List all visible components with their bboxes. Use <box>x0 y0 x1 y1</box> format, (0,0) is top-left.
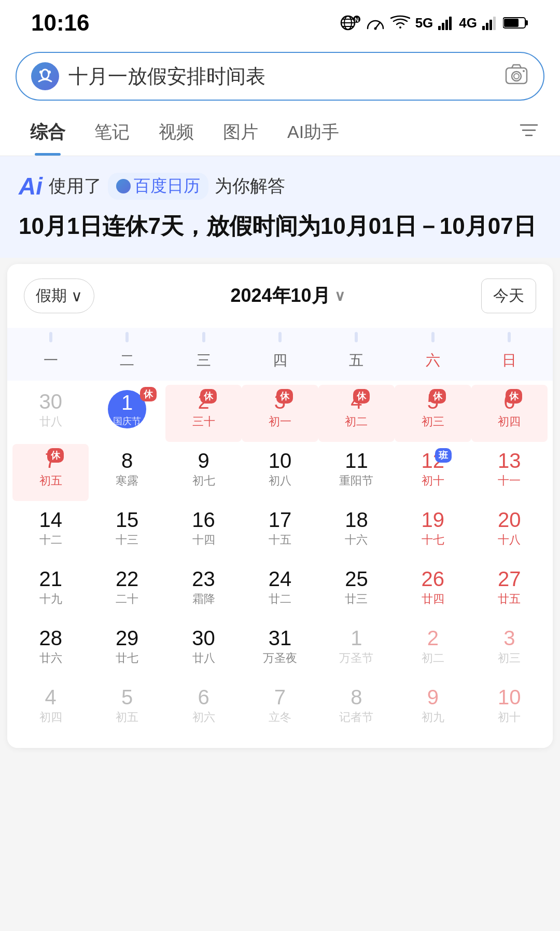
svg-rect-15 <box>489 20 492 30</box>
signal-bars-2 <box>482 16 498 30</box>
calendar-day-5-5[interactable]: 9初九 <box>395 680 471 738</box>
tab-图片[interactable]: 图片 <box>208 109 273 156</box>
ai-prefix-text: 使用了 <box>49 174 102 198</box>
raindrop-3 <box>202 332 205 342</box>
tab-笔记[interactable]: 笔记 <box>80 109 144 156</box>
calendar-day-4-4[interactable]: 1万圣节 <box>318 621 395 678</box>
calendar-day-3-4[interactable]: 25廿三 <box>318 562 395 619</box>
raindrop-7 <box>508 332 511 342</box>
tab-ai助手[interactable]: AI助手 <box>273 109 354 156</box>
calendar-day-0-0[interactable]: 30廿八 <box>12 385 89 442</box>
tab-视频[interactable]: 视频 <box>144 109 208 156</box>
nav-tabs: 综合 笔记 视频 图片 AI助手 <box>0 109 560 156</box>
calendar-day-1-5[interactable]: 12班初十 <box>395 444 471 501</box>
tab-综合[interactable]: 综合 <box>16 109 80 156</box>
calendar-day-5-1[interactable]: 5初五 <box>89 680 165 738</box>
calendar-day-2-6[interactable]: 20十八 <box>471 503 548 560</box>
raindrop-6 <box>431 332 435 342</box>
weekday-header: 一 二 三 四 五 六 日 <box>7 342 553 381</box>
calendar-day-1-1[interactable]: 8寒露 <box>89 444 165 501</box>
baidu-source-badge[interactable]: 百度日历 <box>108 173 208 200</box>
calendar-day-0-5[interactable]: 5休初三 <box>395 385 471 442</box>
raindrop-4 <box>278 332 282 342</box>
search-bar[interactable]: 十月一放假安排时间表 <box>16 52 544 101</box>
status-bar: 10:16 N 5G <box>0 0 560 41</box>
calendar-day-2-2[interactable]: 16十四 <box>165 503 242 560</box>
today-button[interactable]: 今天 <box>481 279 536 313</box>
today-circle: 1国庆节休 <box>108 390 146 428</box>
ai-suffix-text: 为你解答 <box>215 174 285 198</box>
weekday-sat: 六 <box>395 348 471 373</box>
svg-point-25 <box>514 74 519 79</box>
holiday-dropdown-arrow: ∨ <box>71 287 82 305</box>
calendar-day-5-6[interactable]: 10初十 <box>471 680 548 738</box>
svg-rect-19 <box>504 19 519 27</box>
svg-point-24 <box>512 72 521 81</box>
camera-icon[interactable] <box>504 63 529 90</box>
svg-rect-11 <box>445 20 448 30</box>
calendar-title-arrow: ∨ <box>334 287 345 304</box>
calendar-day-3-3[interactable]: 24廿二 <box>242 562 318 619</box>
svg-point-26 <box>523 70 525 72</box>
svg-rect-18 <box>525 20 528 25</box>
calendar-day-4-6[interactable]: 3初三 <box>471 621 548 678</box>
status-icons: N 5G 4G <box>340 14 529 32</box>
calendar-day-3-1[interactable]: 22二十 <box>89 562 165 619</box>
svg-point-22 <box>48 71 51 74</box>
weekday-sun: 日 <box>471 348 548 373</box>
svg-text:N: N <box>355 17 359 23</box>
calendar-day-1-6[interactable]: 13十一 <box>471 444 548 501</box>
weekday-fri: 五 <box>318 348 395 373</box>
calendar-day-1-4[interactable]: 11重阳节 <box>318 444 395 501</box>
signal-4g: 4G <box>459 15 477 31</box>
calendar-day-5-0[interactable]: 4初四 <box>12 680 89 738</box>
calendar-day-4-5[interactable]: 2初二 <box>395 621 471 678</box>
calendar-day-5-2[interactable]: 6初六 <box>165 680 242 738</box>
calendar-day-1-3[interactable]: 10初八 <box>242 444 318 501</box>
vpn-icon: N <box>340 14 360 32</box>
svg-rect-12 <box>449 17 452 30</box>
raindrop-5 <box>355 332 358 342</box>
svg-rect-13 <box>482 26 485 30</box>
svg-point-20 <box>41 70 49 79</box>
calendar-day-3-6[interactable]: 27廿五 <box>471 562 548 619</box>
svg-point-21 <box>39 71 43 74</box>
calendar-day-3-0[interactable]: 21十九 <box>12 562 89 619</box>
calendar-day-0-4[interactable]: 4休初二 <box>318 385 395 442</box>
calendar-day-1-2[interactable]: 9初七 <box>165 444 242 501</box>
calendar-day-0-6[interactable]: 6休初四 <box>471 385 548 442</box>
svg-point-8 <box>374 27 376 30</box>
calendar-month-label: 2024年10月 <box>230 283 330 309</box>
calendar-day-0-3[interactable]: 3休初一 <box>242 385 318 442</box>
filter-icon[interactable] <box>513 109 544 156</box>
calendar-day-0-2[interactable]: 2休三十 <box>165 385 242 442</box>
calendar-day-2-4[interactable]: 18十六 <box>318 503 395 560</box>
calendar-day-1-0[interactable]: 7休初五 <box>12 444 89 501</box>
calendar-day-2-0[interactable]: 14十二 <box>12 503 89 560</box>
signal-5g: 5G <box>415 15 433 31</box>
calendar-day-4-1[interactable]: 29廿七 <box>89 621 165 678</box>
calendar-header: 假期 ∨ 2024年10月 ∨ 今天 <box>7 264 553 328</box>
holiday-filter-button[interactable]: 假期 ∨ <box>24 279 94 313</box>
calendar-day-5-4[interactable]: 8记者节 <box>318 680 395 738</box>
calendar-day-2-3[interactable]: 17十五 <box>242 503 318 560</box>
calendar-day-3-5[interactable]: 26廿四 <box>395 562 471 619</box>
calendar-grid: 30廿八1国庆节休2休三十3休初一4休初二5休初三6休初四7休初五8寒露9初七1… <box>7 381 553 748</box>
calendar-day-2-5[interactable]: 19十七 <box>395 503 471 560</box>
baidu-logo <box>31 62 59 90</box>
weekday-mon: 一 <box>12 348 89 373</box>
calendar-day-4-3[interactable]: 31万圣夜 <box>242 621 318 678</box>
calendar-day-2-1[interactable]: 15十三 <box>89 503 165 560</box>
calendar-day-0-1[interactable]: 1国庆节休 <box>89 385 165 442</box>
calendar-day-4-2[interactable]: 30廿八 <box>165 621 242 678</box>
baidu-source-label: 百度日历 <box>134 175 200 198</box>
raindrop-2 <box>125 332 129 342</box>
ai-logo-text: Ai <box>19 174 43 198</box>
calendar-day-5-3[interactable]: 7立冬 <box>242 680 318 738</box>
holiday-btn-label: 假期 <box>36 285 67 307</box>
wifi-icon <box>390 15 410 31</box>
calendar-day-3-2[interactable]: 23霜降 <box>165 562 242 619</box>
calendar-day-4-0[interactable]: 28廿六 <box>12 621 89 678</box>
signal-bars-1 <box>438 16 454 30</box>
battery-icon <box>503 16 529 30</box>
